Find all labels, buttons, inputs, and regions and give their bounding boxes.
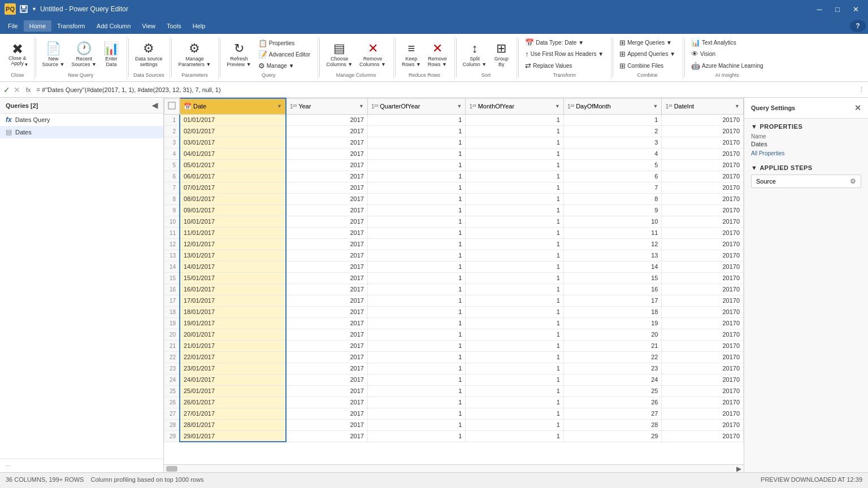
table-row[interactable]: 2424/01/20172017112420170 bbox=[164, 374, 744, 385]
table-row[interactable]: 505/01/2017201711520170 bbox=[164, 159, 744, 171]
menu-tools[interactable]: Tools bbox=[161, 20, 187, 32]
use-first-row-button[interactable]: ↑ Use First Row as Headers ▼ bbox=[522, 49, 606, 59]
table-row[interactable]: 1919/01/20172017111920170 bbox=[164, 317, 744, 329]
date-col-filter[interactable]: ▼ bbox=[277, 103, 282, 109]
quarter-col-filter[interactable]: ▼ bbox=[457, 103, 462, 109]
menu-help[interactable]: Help bbox=[187, 20, 211, 32]
maximize-button[interactable]: □ bbox=[830, 3, 845, 15]
dateint-col-filter[interactable]: ▼ bbox=[735, 103, 740, 109]
column-header-dayofmonth[interactable]: 1²³ DayOfMonth ▼ bbox=[563, 98, 661, 114]
replace-values-button[interactable]: ⇄ Replace Values bbox=[522, 60, 575, 71]
step-source[interactable]: Source ⚙ bbox=[751, 175, 861, 188]
choose-columns-button[interactable]: ▤ ChooseColumns ▼ bbox=[323, 40, 355, 69]
formula-confirm-icon[interactable]: ✓ bbox=[3, 85, 10, 94]
table-cell: 1 bbox=[367, 238, 465, 250]
formula-cancel-icon[interactable]: ✕ bbox=[14, 85, 20, 94]
formula-expand-icon[interactable]: ⋮ bbox=[858, 86, 865, 93]
table-row[interactable]: 808/01/2017201711820170 bbox=[164, 193, 744, 204]
split-column-button[interactable]: ↕ SplitColumn ▼ bbox=[460, 40, 489, 69]
remove-columns-button[interactable]: ✕ RemoveColumns ▼ bbox=[357, 40, 389, 69]
append-queries-button[interactable]: ⊞ Append Queries ▼ bbox=[617, 49, 678, 59]
menu-home[interactable]: Home bbox=[24, 20, 51, 32]
column-header-month[interactable]: 1²³ MonthOfYear ▼ bbox=[466, 98, 563, 114]
table-row[interactable]: 2626/01/20172017112620170 bbox=[164, 396, 744, 408]
table-row[interactable]: 303/01/2017201711320170 bbox=[164, 137, 744, 148]
horizontal-scroll-bar[interactable]: ▶ bbox=[164, 464, 744, 472]
scroll-right-icon[interactable]: ▶ bbox=[736, 465, 741, 473]
table-row[interactable]: 1313/01/20172017111320170 bbox=[164, 250, 744, 261]
column-header-dateint[interactable]: 1²³ DateInt ▼ bbox=[662, 98, 744, 114]
close-apply-button[interactable]: ✖ Close &Apply ▼ bbox=[6, 41, 29, 68]
scroll-thumb[interactable] bbox=[166, 466, 177, 472]
table-row[interactable]: 1818/01/20172017111820170 bbox=[164, 306, 744, 317]
data-source-settings-button[interactable]: ⚙ Data sourcesettings bbox=[132, 40, 166, 69]
menu-file[interactable]: File bbox=[2, 20, 24, 32]
menu-add-column[interactable]: Add Column bbox=[91, 20, 137, 32]
table-row[interactable]: 404/01/2017201711420170 bbox=[164, 148, 744, 159]
new-source-button[interactable]: 📄 NewSource ▼ bbox=[40, 40, 68, 69]
table-row[interactable]: 909/01/2017201711920170 bbox=[164, 204, 744, 216]
query-settings-close-button[interactable]: ✕ bbox=[854, 103, 861, 112]
table-row[interactable]: 1111/01/20172017111120170 bbox=[164, 227, 744, 238]
table-cell: 1 bbox=[466, 306, 563, 317]
all-properties-link[interactable]: All Properties bbox=[751, 150, 784, 156]
formula-input[interactable] bbox=[37, 86, 855, 93]
table-row[interactable]: 1515/01/20172017111520170 bbox=[164, 272, 744, 284]
table-row[interactable]: 707/01/2017201711720170 bbox=[164, 182, 744, 193]
text-analytics-button[interactable]: 📊 Text Analytics bbox=[688, 37, 739, 48]
data-sources-group-label: Data Sources bbox=[132, 71, 166, 78]
group-by-button[interactable]: ⊞ GroupBy bbox=[491, 40, 512, 69]
enter-data-button[interactable]: 📊 EnterData bbox=[101, 40, 122, 69]
table-row[interactable]: 202/01/2017201711220170 bbox=[164, 125, 744, 137]
minimize-button[interactable]: ─ bbox=[811, 3, 827, 15]
column-header-year[interactable]: 1²³ Year ▼ bbox=[286, 98, 368, 114]
table-row[interactable]: 1010/01/20172017111020170 bbox=[164, 216, 744, 227]
keep-rows-button[interactable]: ≡ KeepRows ▼ bbox=[399, 40, 424, 69]
advanced-editor-button[interactable]: 📝 Advanced Editor bbox=[255, 49, 313, 60]
menu-transform[interactable]: Transform bbox=[51, 20, 91, 32]
table-row[interactable]: 2525/01/20172017112520170 bbox=[164, 385, 744, 396]
table-cell: 20170 bbox=[662, 351, 744, 363]
close-button[interactable]: ✕ bbox=[848, 3, 863, 15]
table-row[interactable]: 2323/01/20172017112320170 bbox=[164, 363, 744, 374]
day-col-filter[interactable]: ▼ bbox=[653, 103, 658, 109]
sidebar-item-dates-query[interactable]: fx Dates Query bbox=[0, 114, 163, 126]
refresh-preview-button[interactable]: ↻ RefreshPreview ▼ bbox=[224, 40, 254, 69]
table-row[interactable]: 1414/01/20172017111420170 bbox=[164, 261, 744, 272]
table-cell: 28 bbox=[563, 419, 661, 430]
month-col-filter[interactable]: ▼ bbox=[555, 103, 560, 109]
combine-files-button[interactable]: ⊞ Combine Files bbox=[617, 60, 666, 71]
vision-button[interactable]: 👁 Vision bbox=[688, 49, 718, 59]
table-row[interactable]: 2121/01/20172017112120170 bbox=[164, 340, 744, 351]
data-type-button[interactable]: 📅 Data Type: Date ▼ bbox=[522, 37, 587, 48]
table-row[interactable]: 1212/01/20172017111220170 bbox=[164, 238, 744, 250]
table-row[interactable]: 1616/01/20172017111620170 bbox=[164, 284, 744, 295]
step-settings-gear-icon[interactable]: ⚙ bbox=[850, 177, 856, 185]
azure-ml-button[interactable]: 🤖 Azure Machine Learning bbox=[688, 60, 766, 71]
remove-rows-button[interactable]: ✕ RemoveRows ▼ bbox=[425, 40, 450, 69]
properties-button[interactable]: 📋 Properties bbox=[255, 38, 313, 49]
table-row[interactable]: 1717/01/20172017111720170 bbox=[164, 295, 744, 306]
table-row[interactable]: 2222/01/20172017112220170 bbox=[164, 351, 744, 363]
table-cell: 1 bbox=[367, 374, 465, 385]
table-row[interactable]: 2727/01/20172017112720170 bbox=[164, 408, 744, 419]
year-col-filter[interactable]: ▼ bbox=[359, 103, 364, 109]
table-row[interactable]: 2020/01/20172017112020170 bbox=[164, 329, 744, 340]
table-cell: 13/01/2017 bbox=[180, 250, 286, 261]
column-header-quarter[interactable]: 1²³ QuarterOfYear ▼ bbox=[367, 98, 465, 114]
manage-button[interactable]: ⚙ Manage ▼ bbox=[255, 60, 313, 71]
table-row[interactable]: 2828/01/20172017112820170 bbox=[164, 419, 744, 430]
manage-parameters-button[interactable]: ⚙ ManageParameters ▼ bbox=[175, 40, 214, 69]
table-row[interactable]: 101/01/2017201711120170 bbox=[164, 114, 744, 125]
sidebar-collapse-button[interactable]: ◀ bbox=[152, 101, 158, 110]
table-row[interactable]: 2929/01/20172017112920170 bbox=[164, 430, 744, 442]
sidebar-item-dates[interactable]: ▤ Dates bbox=[0, 126, 163, 138]
save-icon[interactable] bbox=[19, 5, 28, 14]
column-header-date[interactable]: 📅 Date ▼ bbox=[180, 98, 286, 114]
menu-view[interactable]: View bbox=[136, 20, 161, 32]
table-row[interactable]: 606/01/2017201711620170 bbox=[164, 171, 744, 182]
grid-container[interactable]: 📅 Date ▼ 1²³ Year bbox=[164, 98, 744, 464]
recent-sources-button[interactable]: 🕐 RecentSources ▼ bbox=[68, 40, 99, 69]
merge-queries-button[interactable]: ⊞ Merge Queries ▼ bbox=[617, 37, 675, 48]
help-circle-icon[interactable]: ? bbox=[850, 20, 866, 32]
